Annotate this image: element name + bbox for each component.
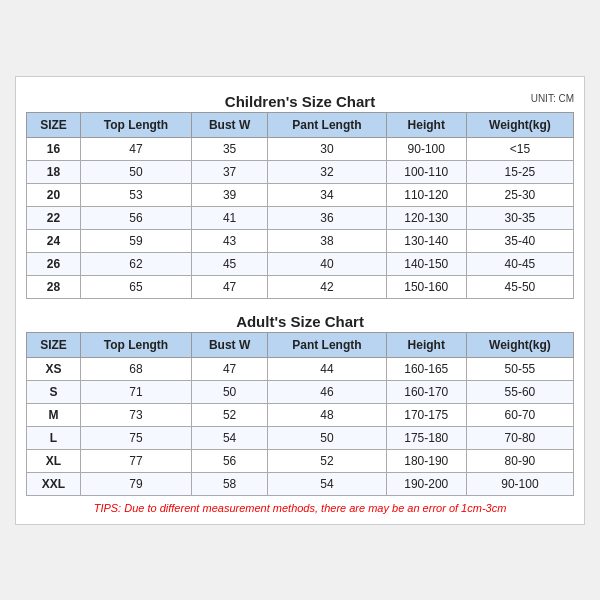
children-col-size: SIZE xyxy=(27,112,81,137)
unit-label: UNIT: CM xyxy=(531,93,574,104)
children-header-row: SIZE Top Length Bust W Pant Length Heigh… xyxy=(27,112,574,137)
children-col-bust: Bust W xyxy=(192,112,268,137)
adults-header-row: SIZE Top Length Bust W Pant Length Heigh… xyxy=(27,332,574,357)
children-title: Children's Size Chart UNIT: CM xyxy=(26,87,574,112)
children-col-height: Height xyxy=(386,112,466,137)
chart-container: Children's Size Chart UNIT: CM SIZE Top … xyxy=(15,76,585,525)
table-row: 28654742150-16045-50 xyxy=(27,275,574,298)
table-row: 22564136120-13030-35 xyxy=(27,206,574,229)
table-row: 24594338130-14035-40 xyxy=(27,229,574,252)
adults-col-pant-length: Pant Length xyxy=(268,332,386,357)
adults-col-height: Height xyxy=(386,332,466,357)
children-col-top-length: Top Length xyxy=(80,112,191,137)
table-row: XXL795854190-20090-100 xyxy=(27,472,574,495)
table-row: L755450175-18070-80 xyxy=(27,426,574,449)
table-row: XL775652180-19080-90 xyxy=(27,449,574,472)
table-row: 20533934110-12025-30 xyxy=(27,183,574,206)
adults-col-size: SIZE xyxy=(27,332,81,357)
table-row: 1647353090-100<15 xyxy=(27,137,574,160)
adults-col-weight: Weight(kg) xyxy=(466,332,573,357)
table-row: XS684744160-16550-55 xyxy=(27,357,574,380)
children-col-pant-length: Pant Length xyxy=(268,112,386,137)
adults-col-top-length: Top Length xyxy=(80,332,191,357)
table-row: M735248170-17560-70 xyxy=(27,403,574,426)
table-row: 18503732100-11015-25 xyxy=(27,160,574,183)
children-table: SIZE Top Length Bust W Pant Length Heigh… xyxy=(26,112,574,299)
adults-title: Adult's Size Chart xyxy=(26,307,574,332)
adults-table: SIZE Top Length Bust W Pant Length Heigh… xyxy=(26,332,574,496)
table-row: S715046160-17055-60 xyxy=(27,380,574,403)
adults-col-bust: Bust W xyxy=(192,332,268,357)
table-row: 26624540140-15040-45 xyxy=(27,252,574,275)
children-col-weight: Weight(kg) xyxy=(466,112,573,137)
tips-text: TIPS: Due to different measurement metho… xyxy=(26,502,574,514)
